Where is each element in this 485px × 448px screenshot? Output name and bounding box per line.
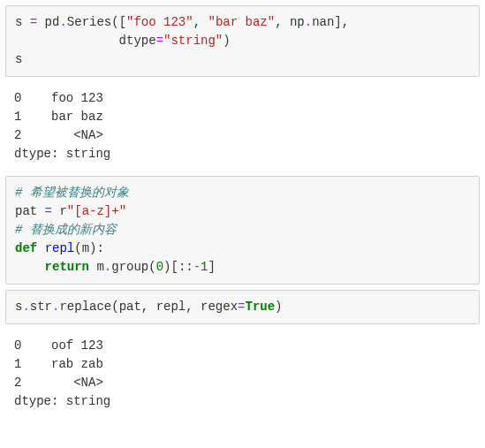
output-text: 0 oof 123 1 rab zab 2 <NA> dtype: string — [14, 338, 110, 408]
code: # 希望被替换的对象 pat = r"[a-z]+" # 替换成的新内容 def… — [15, 186, 216, 274]
code-cell-2: # 希望被替换的对象 pat = r"[a-z]+" # 替换成的新内容 def… — [5, 176, 480, 285]
output-text: 0 foo 123 1 bar baz 2 <NA> dtype: string — [14, 91, 110, 161]
code-cell-3: s.str.replace(pat, repl, regex=True) — [5, 290, 480, 324]
code: s = pd.Series(["foo 123", "bar baz", np.… — [15, 15, 349, 66]
output-cell-1: 0 foo 123 1 bar baz 2 <NA> dtype: string — [5, 82, 480, 171]
code-cell-1: s = pd.Series(["foo 123", "bar baz", np.… — [5, 5, 480, 77]
code: s.str.replace(pat, repl, regex=True) — [15, 300, 283, 314]
output-cell-2: 0 oof 123 1 rab zab 2 <NA> dtype: string — [5, 330, 480, 418]
